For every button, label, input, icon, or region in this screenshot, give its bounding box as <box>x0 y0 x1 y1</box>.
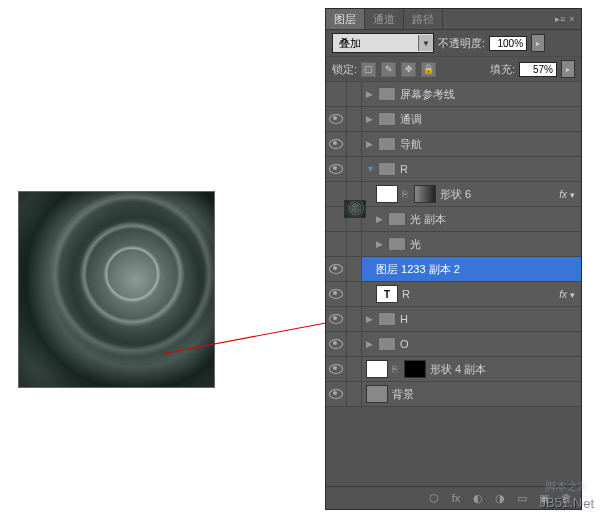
visibility-toggle[interactable] <box>326 282 347 306</box>
layer-row[interactable]: ▶O <box>326 332 581 357</box>
link-layers-icon[interactable]: ⬡ <box>427 491 441 505</box>
folder-icon <box>388 237 406 251</box>
visibility-toggle[interactable] <box>326 357 347 381</box>
layer-name: 屏幕参考线 <box>400 87 455 102</box>
visibility-toggle[interactable] <box>326 82 347 106</box>
panel-header: 图层 通道 路径 ▸≡ × <box>326 9 581 30</box>
tab-layers[interactable]: 图层 <box>326 9 365 29</box>
layer-name: O <box>400 338 409 350</box>
folder-icon <box>378 312 396 326</box>
eye-icon <box>329 364 343 374</box>
visibility-toggle[interactable] <box>326 132 347 156</box>
folder-icon <box>388 212 406 226</box>
mask-thumb <box>414 185 436 203</box>
opacity-slider[interactable]: ▸ <box>531 34 545 52</box>
expand-arrow-icon[interactable]: ▶ <box>376 239 384 249</box>
lock-position-icon[interactable]: ✥ <box>401 62 416 77</box>
layer-row[interactable]: ▼R <box>326 157 581 182</box>
link-icon: ⎘ <box>392 364 400 374</box>
expand-arrow-icon[interactable]: ▶ <box>366 89 374 99</box>
layer-name: 图层 1233 副本 2 <box>376 262 460 277</box>
layer-row[interactable]: ▶屏幕参考线 <box>326 82 581 107</box>
fx-icon[interactable]: fx <box>449 491 463 505</box>
watermark-url: JB51.Net <box>540 495 593 510</box>
layer-row[interactable]: TRfx▾ <box>326 282 581 307</box>
panel-close-icon[interactable]: × <box>567 14 577 24</box>
blend-row: 叠加 ▼ 不透明度: 100% ▸ <box>326 30 581 57</box>
lock-pixels-icon[interactable]: ✎ <box>381 62 396 77</box>
lock-all-icon[interactable]: 🔒 <box>421 62 436 77</box>
eye-icon <box>329 339 343 349</box>
layer-row[interactable]: ▶H <box>326 307 581 332</box>
blend-mode-value: 叠加 <box>333 36 418 51</box>
layer-list: ▶屏幕参考线 ▶通调 ▶导航 ▼R ⎘形状 6fx▾ ▶光 副本 ▶光 图层 1… <box>326 82 581 407</box>
layer-name: 导航 <box>400 137 422 152</box>
dropdown-arrow-icon: ▼ <box>418 35 433 51</box>
fx-badge[interactable]: fx▾ <box>559 289 581 300</box>
eye-icon <box>329 389 343 399</box>
expand-arrow-icon[interactable]: ▶ <box>366 139 374 149</box>
folder-icon <box>378 162 396 176</box>
mask-icon[interactable]: ◐ <box>471 491 485 505</box>
visibility-toggle[interactable] <box>326 382 347 406</box>
expand-arrow-icon[interactable]: ▼ <box>366 164 374 174</box>
fill-input[interactable]: 57% <box>519 62 557 77</box>
expand-arrow-icon[interactable]: ▶ <box>376 214 384 224</box>
expand-arrow-icon[interactable]: ▶ <box>366 314 374 324</box>
visibility-toggle[interactable] <box>326 307 347 331</box>
preview-thumbnail <box>18 191 215 388</box>
fx-badge[interactable]: fx▾ <box>559 189 581 200</box>
visibility-toggle[interactable] <box>326 157 347 181</box>
layer-thumb <box>344 200 366 218</box>
visibility-toggle[interactable] <box>326 332 347 356</box>
layer-name: R <box>402 288 410 300</box>
layer-name: H <box>400 313 408 325</box>
visibility-toggle[interactable] <box>326 257 347 281</box>
opacity-input[interactable]: 100% <box>489 36 527 51</box>
fill-label: 填充: <box>490 62 515 77</box>
layer-name: 通调 <box>400 112 422 127</box>
eye-icon <box>329 164 343 174</box>
layer-name: 背景 <box>392 387 414 402</box>
layers-panel: 图层 通道 路径 ▸≡ × 叠加 ▼ 不透明度: 100% ▸ 锁定: ▢ ✎ … <box>325 8 582 510</box>
layer-row-selected[interactable]: 图层 1233 副本 2 <box>326 257 581 282</box>
folder-icon <box>378 112 396 126</box>
visibility-toggle[interactable] <box>326 107 347 131</box>
layer-row[interactable]: 背景 <box>326 382 581 407</box>
text-layer-icon: T <box>376 285 398 303</box>
expand-arrow-icon[interactable]: ▶ <box>366 114 374 124</box>
layer-row[interactable]: ▶光 <box>326 232 581 257</box>
layer-name: R <box>400 163 408 175</box>
panel-tabs: 图层 通道 路径 <box>326 9 443 29</box>
lock-transparent-icon[interactable]: ▢ <box>361 62 376 77</box>
link-icon: ⎘ <box>402 189 410 199</box>
layer-name: 光 副本 <box>410 212 446 227</box>
eye-icon <box>329 264 343 274</box>
eye-icon <box>329 114 343 124</box>
folder-icon <box>378 87 396 101</box>
layer-name: 形状 4 副本 <box>430 362 486 377</box>
adjustment-icon[interactable]: ◑ <box>493 491 507 505</box>
visibility-toggle[interactable] <box>326 232 347 256</box>
folder-icon <box>378 337 396 351</box>
eye-icon <box>329 314 343 324</box>
lock-label: 锁定: <box>332 62 357 77</box>
tab-channels[interactable]: 通道 <box>365 9 404 29</box>
layer-thumb <box>366 360 388 378</box>
opacity-label: 不透明度: <box>438 36 485 51</box>
expand-arrow-icon[interactable]: ▶ <box>366 339 374 349</box>
layer-row[interactable]: ▶通调 <box>326 107 581 132</box>
blend-mode-dropdown[interactable]: 叠加 ▼ <box>332 33 434 53</box>
fill-slider[interactable]: ▸ <box>561 60 575 78</box>
layer-row[interactable]: ⎘形状 4 副本 <box>326 357 581 382</box>
folder-icon <box>378 137 396 151</box>
mask-thumb <box>404 360 426 378</box>
layer-name: 光 <box>410 237 421 252</box>
group-icon[interactable]: ▭ <box>515 491 529 505</box>
lock-row: 锁定: ▢ ✎ ✥ 🔒 填充: 57% ▸ <box>326 57 581 82</box>
layer-row[interactable]: ▶导航 <box>326 132 581 157</box>
tab-paths[interactable]: 路径 <box>404 9 443 29</box>
panel-menu-icon[interactable]: ▸≡ <box>555 14 565 24</box>
watermark-text: 脚本之家 <box>545 479 589 494</box>
eye-icon <box>329 139 343 149</box>
